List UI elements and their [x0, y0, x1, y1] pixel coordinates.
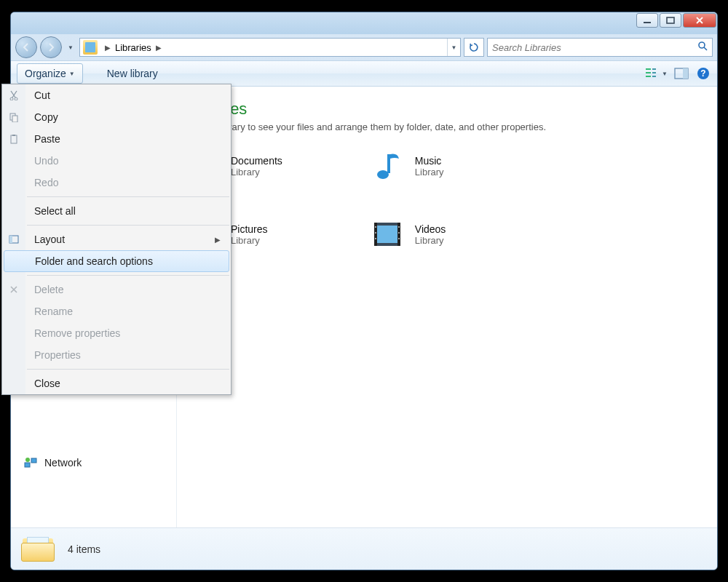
- delete-icon: [10, 282, 21, 297]
- status-bar: 4 items: [11, 527, 717, 570]
- svg-point-24: [375, 238, 376, 239]
- menu-close[interactable]: Close: [10, 372, 231, 394]
- svg-point-22: [375, 226, 376, 228]
- svg-rect-6: [652, 68, 656, 70]
- menu-rename[interactable]: Rename: [10, 300, 231, 322]
- svg-point-16: [377, 170, 389, 179]
- address-bar[interactable]: ▶ Libraries ▶ ▼: [79, 38, 461, 57]
- videos-icon: [370, 217, 405, 252]
- menu-label: Layout: [34, 234, 65, 245]
- cut-icon: [10, 88, 21, 103]
- menu-label: Select all: [34, 205, 76, 217]
- menu-folder-options[interactable]: Folder and search options: [10, 250, 229, 272]
- svg-point-26: [398, 232, 400, 234]
- breadcrumb-separator-icon: ▶: [100, 44, 115, 52]
- menu-cut[interactable]: Cut: [10, 84, 231, 106]
- svg-rect-19: [377, 226, 397, 243]
- svg-point-2: [699, 42, 705, 48]
- library-type: Library: [415, 167, 444, 178]
- svg-rect-14: [31, 458, 36, 463]
- copy-icon: [10, 110, 21, 124]
- menu-redo[interactable]: Redo: [10, 172, 231, 194]
- organize-button[interactable]: Organize ▼: [17, 63, 83, 84]
- sidebar-item-label: Network: [44, 457, 82, 469]
- breadcrumb-separator-icon[interactable]: ▶: [151, 44, 166, 52]
- menu-layout[interactable]: Layout ▶: [10, 228, 231, 250]
- svg-rect-1: [667, 17, 674, 23]
- search-input[interactable]: [492, 42, 697, 53]
- chevron-down-icon: ▼: [69, 71, 75, 77]
- svg-rect-20: [374, 223, 377, 246]
- library-name: Videos: [415, 223, 446, 235]
- svg-point-28: [10, 97, 13, 100]
- submenu-arrow-icon: ▶: [215, 236, 221, 244]
- breadcrumb-location[interactable]: Libraries: [115, 42, 151, 53]
- menu-label: Properties: [34, 349, 81, 361]
- toolbar: Organize ▼ New library ▼ ?: [11, 60, 717, 87]
- search-box[interactable]: [487, 38, 713, 57]
- svg-rect-8: [652, 76, 656, 77]
- menu-label: Undo: [34, 155, 58, 167]
- arrow-left-icon: [21, 42, 31, 52]
- menu-label: Close: [34, 378, 60, 389]
- maximize-button[interactable]: [660, 13, 681, 28]
- new-library-button[interactable]: New library: [99, 63, 166, 84]
- menu-undo[interactable]: Undo: [10, 150, 231, 172]
- svg-rect-7: [652, 72, 656, 73]
- refresh-button[interactable]: [464, 38, 484, 57]
- menu-delete[interactable]: Delete: [10, 279, 231, 300]
- page-title: Libraries: [186, 100, 708, 119]
- svg-rect-32: [11, 135, 17, 143]
- menu-label: Copy: [34, 111, 58, 123]
- library-music[interactable]: Music Library: [370, 148, 446, 183]
- svg-rect-3: [646, 68, 651, 70]
- svg-text:?: ?: [700, 68, 705, 79]
- nav-history-dropdown[interactable]: ▼: [65, 44, 76, 51]
- svg-point-25: [398, 226, 400, 228]
- svg-rect-21: [397, 223, 400, 246]
- menu-label: Remove properties: [34, 327, 120, 339]
- back-button[interactable]: [15, 36, 37, 58]
- search-icon[interactable]: [697, 41, 708, 54]
- sidebar-item-network[interactable]: Network: [11, 450, 176, 475]
- menu-separator: [27, 196, 229, 197]
- preview-pane-button[interactable]: [673, 65, 689, 81]
- chevron-down-icon[interactable]: ▼: [662, 71, 668, 77]
- titlebar: [11, 12, 717, 34]
- svg-rect-0: [644, 22, 651, 23]
- menu-copy[interactable]: Copy: [10, 106, 231, 128]
- svg-rect-33: [12, 135, 15, 136]
- forward-button[interactable]: [40, 36, 62, 58]
- library-name: Documents: [231, 155, 282, 167]
- svg-point-23: [375, 232, 376, 234]
- menu-select-all[interactable]: Select all: [10, 200, 231, 222]
- new-library-label: New library: [107, 68, 158, 79]
- view-options-button[interactable]: [644, 65, 660, 81]
- close-button[interactable]: [683, 13, 716, 28]
- menu-label: Rename: [34, 306, 73, 317]
- svg-point-29: [15, 97, 17, 100]
- arrow-right-icon: [46, 42, 56, 52]
- svg-rect-10: [683, 68, 688, 79]
- status-text: 4 items: [68, 543, 100, 555]
- svg-rect-5: [646, 76, 651, 77]
- menu-separator: [27, 225, 229, 226]
- minimize-button[interactable]: [636, 13, 658, 28]
- menu-properties[interactable]: Properties: [10, 344, 231, 366]
- organize-label: Organize: [25, 68, 66, 79]
- menu-paste[interactable]: Paste: [10, 128, 231, 150]
- library-name: Music: [415, 155, 444, 167]
- address-dropdown[interactable]: ▼: [447, 39, 460, 56]
- library-type: Library: [231, 167, 282, 178]
- menu-label: Paste: [34, 133, 60, 145]
- help-button[interactable]: ?: [695, 65, 711, 81]
- library-videos[interactable]: Videos Library: [370, 217, 446, 252]
- svg-point-15: [25, 458, 30, 462]
- menu-label: Delete: [34, 284, 63, 295]
- libraries-icon: [21, 534, 55, 565]
- organize-menu: Cut Copy Paste Undo Redo Select all Layo…: [10, 84, 232, 395]
- music-icon: [370, 148, 405, 183]
- svg-rect-35: [10, 236, 12, 243]
- explorer-window: ▼ ▶ Libraries ▶ ▼ Organize ▼: [10, 12, 718, 570]
- menu-remove-properties[interactable]: Remove properties: [10, 322, 231, 344]
